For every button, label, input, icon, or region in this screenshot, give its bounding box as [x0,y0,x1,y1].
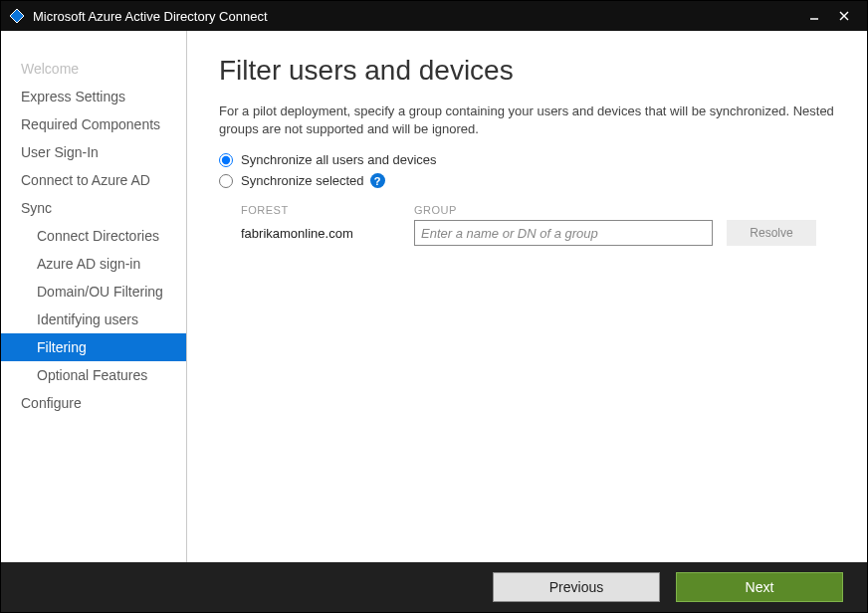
nav-connect-azure-ad[interactable]: Connect to Azure AD [1,166,186,194]
page-title: Filter users and devices [219,55,835,87]
close-button[interactable] [829,1,859,31]
nav-label: Connect Directories [37,228,159,244]
forest-column-label: FOREST [241,204,400,216]
group-input[interactable] [414,220,713,246]
previous-button[interactable]: Previous [493,572,660,602]
group-column-label: GROUP [414,204,713,216]
svg-marker-0 [10,9,24,23]
resolve-button[interactable]: Resolve [727,220,816,246]
next-button[interactable]: Next [676,572,843,602]
window-title: Microsoft Azure Active Directory Connect [33,9,268,24]
nav-domain-ou-filtering[interactable]: Domain/OU Filtering [1,278,186,306]
sidebar-nav: Welcome Express Settings Required Compon… [1,31,187,562]
page-description: For a pilot deployment, specify a group … [219,102,835,138]
nav-filtering[interactable]: Filtering [1,333,186,361]
nav-required-components[interactable]: Required Components [1,110,186,138]
nav-user-signin[interactable]: User Sign-In [1,138,186,166]
nav-label: Express Settings [21,89,125,104]
radio-sync-all[interactable] [219,153,233,167]
nav-label: Required Components [21,116,160,132]
footer-bar: Previous Next [1,562,867,612]
nav-connect-directories[interactable]: Connect Directories [1,222,186,250]
radio-sync-selected-row[interactable]: Synchronize selected ? [219,173,835,188]
nav-label: Filtering [37,339,87,355]
radio-sync-selected-label: Synchronize selected [241,173,364,188]
nav-identifying-users[interactable]: Identifying users [1,306,186,333]
nav-label: Domain/OU Filtering [37,284,163,300]
radio-sync-all-label: Synchronize all users and devices [241,152,437,167]
minimize-button[interactable] [799,1,829,31]
nav-label: Connect to Azure AD [21,172,150,188]
nav-label: Configure [21,395,82,411]
filter-form: FOREST GROUP fabrikamonline.com Resolve [241,204,835,246]
title-bar: Microsoft Azure Active Directory Connect [1,1,867,31]
radio-sync-all-row[interactable]: Synchronize all users and devices [219,152,835,167]
nav-label: Welcome [21,61,79,77]
nav-optional-features[interactable]: Optional Features [1,361,186,389]
body-area: Welcome Express Settings Required Compon… [1,31,867,562]
nav-sync[interactable]: Sync [1,194,186,222]
nav-express-settings[interactable]: Express Settings [1,83,186,110]
nav-label: Azure AD sign-in [37,256,140,272]
nav-label: Sync [21,200,52,216]
radio-sync-selected[interactable] [219,174,233,188]
nav-label: Identifying users [37,311,138,327]
nav-azure-ad-signin[interactable]: Azure AD sign-in [1,250,186,278]
forest-value: fabrikamonline.com [241,226,400,241]
content-panel: Filter users and devices For a pilot dep… [187,31,867,562]
nav-welcome: Welcome [1,55,186,83]
help-icon[interactable]: ? [370,173,385,188]
app-window: Microsoft Azure Active Directory Connect… [0,0,868,613]
azure-icon [9,8,25,24]
nav-label: Optional Features [37,367,147,383]
nav-label: User Sign-In [21,144,99,160]
nav-configure[interactable]: Configure [1,389,186,417]
